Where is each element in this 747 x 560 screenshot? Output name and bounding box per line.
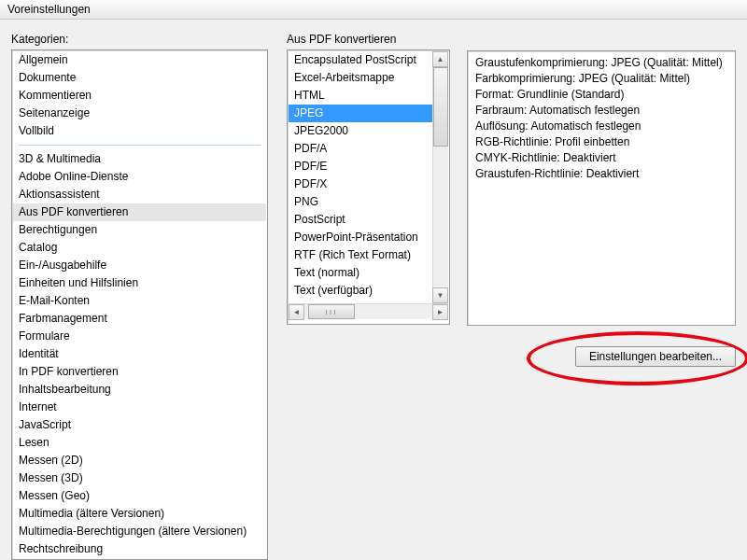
category-item[interactable]: 3D & Multimedia xyxy=(13,150,266,168)
category-item[interactable]: Identität xyxy=(13,345,266,363)
category-item[interactable]: Formulare xyxy=(13,328,266,345)
category-item[interactable]: Messen (3D) xyxy=(13,469,266,487)
category-item[interactable]: In PDF konvertieren xyxy=(13,363,266,381)
category-item[interactable]: Berechtigungen xyxy=(13,221,266,239)
category-item[interactable]: Inhaltsbearbeitung xyxy=(13,381,266,399)
window-titlebar: Voreinstellungen xyxy=(0,0,747,20)
format-item[interactable]: PDF/X xyxy=(289,175,448,193)
scroll-track[interactable] xyxy=(432,67,448,287)
category-item[interactable]: Catalog xyxy=(13,239,266,257)
content-area: Kategorien: AllgemeinDokumenteKommentier… xyxy=(0,20,747,560)
right-column: Aus PDF konvertieren Encapsulated PostSc… xyxy=(287,33,736,560)
format-item[interactable]: PDF/A xyxy=(289,140,448,158)
format-item[interactable]: RTF (Rich Text Format) xyxy=(289,246,448,264)
category-item[interactable]: Adobe Online-Dienste xyxy=(13,168,266,186)
format-settings-panel: Graustufenkomprimierung: JPEG (Qualität:… xyxy=(467,50,736,326)
category-item[interactable]: Multimedia-Berechtigungen (ältere Versio… xyxy=(13,523,266,540)
category-item[interactable]: Messen (2D) xyxy=(13,452,266,469)
category-item[interactable]: Internet xyxy=(13,399,266,416)
category-item[interactable]: Rechtschreibung xyxy=(13,540,266,558)
category-item[interactable]: Aktionsassistent xyxy=(13,186,266,203)
hscroll-track[interactable]: ııı xyxy=(304,304,432,319)
button-row: Einstellungen bearbeiten... xyxy=(287,346,736,367)
right-row: Aus PDF konvertieren Encapsulated PostSc… xyxy=(287,33,736,326)
format-item[interactable]: Excel-Arbeitsmappe xyxy=(289,69,448,87)
setting-line: Farbkomprimierung: JPEG (Qualität: Mitte… xyxy=(475,71,727,87)
formats-inner: Encapsulated PostScriptExcel-Arbeitsmapp… xyxy=(289,51,448,303)
formats-horizontal-scrollbar[interactable]: ◄ ııı ► xyxy=(289,303,448,319)
category-item[interactable]: Multimedia (ältere Versionen) xyxy=(13,505,266,523)
formats-listbox[interactable]: Encapsulated PostScriptExcel-Arbeitsmapp… xyxy=(287,49,450,325)
setting-line: Farbraum: Automatisch festlegen xyxy=(475,103,727,119)
format-item[interactable]: PNG xyxy=(289,193,448,211)
scroll-thumb[interactable] xyxy=(433,67,448,147)
setting-line: Format: Grundlinie (Standard) xyxy=(475,87,727,103)
category-item[interactable]: Vollbild xyxy=(13,122,266,140)
formats-label: Aus PDF konvertieren xyxy=(287,33,450,46)
categories-label: Kategorien: xyxy=(11,33,268,46)
format-item[interactable]: Text (verfügbar) xyxy=(289,282,448,300)
setting-line: RGB-Richtlinie: Profil einbetten xyxy=(475,134,727,150)
category-item[interactable]: Aus PDF konvertieren xyxy=(13,203,266,221)
category-separator xyxy=(19,145,261,146)
categories-column: Kategorien: AllgemeinDokumenteKommentier… xyxy=(11,33,268,560)
category-item[interactable]: Allgemein xyxy=(13,51,266,69)
window-title: Voreinstellungen xyxy=(7,3,91,16)
format-item[interactable]: JPEG2000 xyxy=(289,122,448,140)
format-item[interactable]: PostScript xyxy=(289,211,448,229)
category-item[interactable]: Dokumente xyxy=(13,69,266,87)
edit-settings-button[interactable]: Einstellungen bearbeiten... xyxy=(575,346,736,367)
category-item[interactable]: Einheiten und Hilfslinien xyxy=(13,274,266,292)
format-item[interactable]: PowerPoint-Präsentation xyxy=(289,229,448,246)
setting-line: Auflösung: Automatisch festlegen xyxy=(475,119,727,134)
category-item[interactable]: Lesen xyxy=(13,434,266,452)
category-item[interactable]: Kommentieren xyxy=(13,87,266,105)
category-item[interactable]: E-Mail-Konten xyxy=(13,292,266,310)
formats-vertical-scrollbar[interactable]: ▲ ▼ xyxy=(432,51,448,303)
hscroll-thumb[interactable]: ııı xyxy=(308,304,355,319)
format-item[interactable]: PDF/E xyxy=(289,158,448,175)
format-item[interactable]: JPEG xyxy=(289,105,448,122)
scroll-up-arrow-icon[interactable]: ▲ xyxy=(432,51,448,67)
category-item[interactable]: Farbmanagement xyxy=(13,310,266,328)
format-item[interactable]: Encapsulated PostScript xyxy=(289,51,448,69)
scroll-down-arrow-icon[interactable]: ▼ xyxy=(432,287,448,303)
format-item[interactable]: Text (normal) xyxy=(289,264,448,282)
setting-line: Graustufen-Richtlinie: Deaktiviert xyxy=(475,166,727,182)
format-item[interactable]: HTML xyxy=(289,87,448,105)
category-item[interactable]: Messen (Geo) xyxy=(13,487,266,505)
preferences-window: Voreinstellungen Kategorien: AllgemeinDo… xyxy=(0,0,747,560)
scroll-right-arrow-icon[interactable]: ► xyxy=(432,304,448,320)
setting-line: Graustufenkomprimierung: JPEG (Qualität:… xyxy=(475,55,727,71)
category-item[interactable]: Ein-/Ausgabehilfe xyxy=(13,257,266,274)
setting-line: CMYK-Richtlinie: Deaktiviert xyxy=(475,150,727,166)
category-item[interactable]: Seitenanzeige xyxy=(13,105,266,122)
categories-listbox[interactable]: AllgemeinDokumenteKommentierenSeitenanze… xyxy=(11,49,268,560)
category-item[interactable]: JavaScript xyxy=(13,416,266,434)
formats-column: Aus PDF konvertieren Encapsulated PostSc… xyxy=(287,33,450,326)
scroll-left-arrow-icon[interactable]: ◄ xyxy=(289,304,304,320)
